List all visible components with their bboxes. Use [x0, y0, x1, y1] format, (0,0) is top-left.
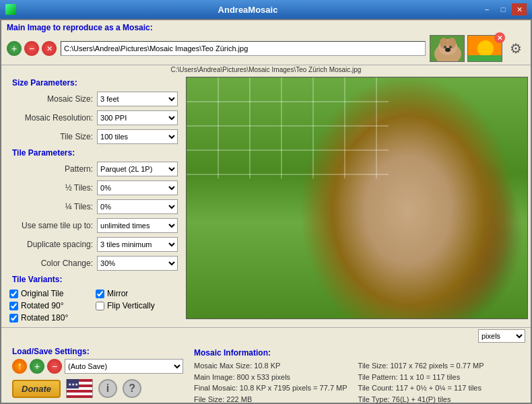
tile-count-value: 117 + 0½ + 0¼ = 117 tiles: [395, 384, 481, 392]
quarter-tiles-select[interactable]: 0%: [97, 199, 178, 214]
mosaic-size-label: Mosaic Size:: [7, 94, 97, 104]
half-tiles-select[interactable]: 0%: [97, 180, 178, 195]
tile-size-label: Tile Size:: [7, 132, 97, 141]
flip-vertically-option[interactable]: Flip Vertically: [96, 301, 175, 310]
mosaic-max-size-row: Mosaic Max Size: 10.8 KP: [194, 360, 347, 372]
main-image-section: Main Image to reproduce as a Mosaic:: [1, 20, 531, 32]
load-arrow-button[interactable]: ↑: [12, 359, 27, 374]
thumbnail-2-container: ✕: [467, 35, 502, 62]
color-change-select[interactable]: 30%: [97, 256, 178, 271]
flip-vertically-checkbox[interactable]: [96, 302, 104, 310]
add-button[interactable]: +: [7, 41, 22, 56]
duplicate-spacing-select[interactable]: 3 tiles minimum: [97, 237, 178, 252]
minimize-button[interactable]: −: [479, 3, 494, 15]
clear-button[interactable]: ✕: [42, 41, 57, 56]
color-change-label: Color Change:: [7, 259, 97, 268]
svg-rect-10: [468, 55, 502, 62]
dog-thumbnail-image: [430, 35, 464, 62]
quarter-tiles-row: ¼ Tiles: 0%: [7, 199, 178, 214]
close-button[interactable]: ✕: [512, 3, 527, 15]
tile-pattern-value: 11 x 10 = 117 tiles: [400, 373, 461, 381]
flag-icon[interactable]: ★★★: [66, 379, 93, 398]
mosaic-resolution-select[interactable]: 300 PPI: [97, 110, 178, 125]
pattern-label: Pattern:: [7, 164, 97, 174]
tile-type-value: 76(L) + 41(P) tiles: [392, 395, 451, 403]
remove-button[interactable]: −: [24, 41, 39, 56]
tile-count-label: Tile Count:: [358, 384, 394, 392]
us-flag-image: ★★★: [67, 379, 92, 398]
mosaic-info-columns: Mosaic Max Size: 10.8 KP Main Image: 800…: [194, 360, 525, 404]
thumbnail-area: ✕: [430, 35, 502, 62]
units-select[interactable]: pixels inches cm: [478, 329, 525, 343]
rotated-90-option[interactable]: Rotated 90°: [9, 301, 89, 310]
quarter-tiles-label: ¼ Tiles:: [7, 202, 97, 211]
tile-size-select[interactable]: 100 tiles: [97, 129, 178, 144]
app-title: AndreaMosaic: [16, 5, 479, 15]
original-tile-option[interactable]: Original Tile: [9, 289, 89, 298]
tile-variants-group: Original Tile Mirror Rotated 90° Flip Ve…: [7, 287, 178, 325]
svg-point-4: [448, 38, 456, 48]
mosaic-resolution-row: Mosaic Resolution: 300 PPI: [7, 110, 178, 125]
tile-size-row: Tile Size: 100 tiles: [7, 129, 178, 144]
mosaic-resolution-label: Mosaic Resolution:: [7, 113, 97, 123]
info-button[interactable]: i: [98, 379, 117, 398]
main-container: Main Image to reproduce as a Mosaic: + −…: [0, 19, 532, 404]
svg-point-7: [449, 46, 452, 48]
tile-count-row: Tile Count: 117 + 0½ + 0¼ = 117 tiles: [358, 382, 484, 394]
image-area: [183, 74, 531, 327]
rotated-180-option[interactable]: Rotated 180°: [9, 313, 89, 323]
auto-save-select[interactable]: (Auto Save): [65, 359, 183, 374]
mosaic-image: [186, 77, 528, 319]
mirror-option[interactable]: Mirror: [96, 289, 175, 298]
donate-button[interactable]: Donate: [12, 380, 61, 398]
titlebar: AndreaMosaic − □ ✕: [0, 0, 532, 19]
load-save-section: Load/Save Settings: ↑ + − (Auto Save) Do…: [7, 347, 189, 401]
mosaic-max-size-value: 10.8 KP: [254, 362, 280, 370]
save-add-button[interactable]: +: [30, 359, 44, 374]
mosaic-info-left: Mosaic Max Size: 10.8 KP Main Image: 800…: [194, 360, 347, 404]
settings-icon[interactable]: ⚙: [506, 39, 525, 58]
content-area: Size Parameters: Mosaic Size: 3 feet Mos…: [1, 74, 531, 327]
top-bar-icons: + − ✕: [7, 41, 57, 56]
pattern-row: Pattern: Parquet (2L 1P): [7, 162, 178, 176]
pattern-select[interactable]: Parquet (2L 1P): [97, 162, 178, 176]
original-tile-checkbox[interactable]: [9, 290, 18, 298]
load-save-header: Load/Save Settings:: [7, 345, 95, 358]
final-mosaic-value: 10.8 KP x 7195 pixels = 77.7 MP: [240, 384, 347, 392]
app-icon: [5, 4, 16, 15]
svg-text:★★★: ★★★: [68, 382, 78, 386]
mirror-checkbox[interactable]: [96, 290, 104, 298]
mosaic-size-row: Mosaic Size: 3 feet: [7, 92, 178, 106]
mirror-label: Mirror: [107, 289, 128, 298]
rotated-90-checkbox[interactable]: [9, 302, 18, 310]
mosaic-info-right: Tile Size: 1017 x 762 pixels = 0.77 MP T…: [358, 360, 484, 404]
use-same-tile-select[interactable]: unlimited times: [97, 218, 178, 233]
pixels-select-row: pixels inches cm: [1, 328, 531, 344]
thumbnail-close-icon[interactable]: ✕: [494, 32, 505, 43]
thumbnail-dog[interactable]: [430, 35, 465, 62]
restore-button[interactable]: □: [496, 3, 510, 15]
save-remove-button[interactable]: −: [47, 359, 62, 374]
mosaic-info-section: Mosaic Information: Mosaic Max Size: 10.…: [194, 347, 525, 404]
bottom-info-row: Load/Save Settings: ↑ + − (Auto Save) Do…: [1, 344, 531, 404]
size-parameters-header: Size Parameters:: [7, 77, 178, 89]
tile-parameters-header: Tile Parameters:: [7, 147, 178, 159]
svg-point-3: [440, 38, 448, 48]
flip-vertically-label: Flip Vertically: [107, 301, 155, 310]
color-change-row: Color Change: 30%: [7, 256, 178, 271]
rotated-180-checkbox[interactable]: [9, 314, 18, 323]
left-panel: Size Parameters: Mosaic Size: 3 feet Mos…: [1, 74, 183, 327]
main-image-info-label: Main Image:: [194, 373, 235, 381]
mosaic-size-select[interactable]: 3 feet: [97, 92, 178, 106]
final-mosaic-row: Final Mosaic: 10.8 KP x 7195 pixels = 77…: [194, 382, 347, 394]
help-button[interactable]: ?: [123, 379, 141, 398]
image-path-input[interactable]: [61, 41, 426, 56]
file-size-row: File Size: 222 MB: [194, 394, 347, 405]
main-image-row: Main Image: 800 x 533 pixels: [194, 372, 347, 383]
main-image-header: Main Image to reproduce as a Mosaic:: [7, 23, 153, 32]
titlebar-controls: − □ ✕: [479, 3, 527, 15]
use-same-tile-row: Use same tile up to: unlimited times: [7, 218, 178, 233]
load-save-controls: ↑ + − (Auto Save): [7, 356, 189, 376]
bottom-area: pixels inches cm Load/Save Settings: ↑ +…: [1, 327, 531, 404]
tile-pattern-label: Tile Pattern:: [358, 373, 398, 381]
